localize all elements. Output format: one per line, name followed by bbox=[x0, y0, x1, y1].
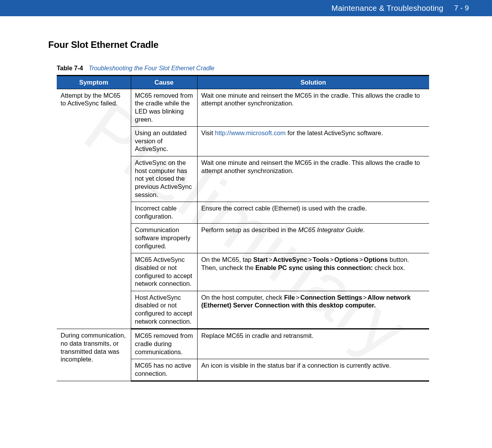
cell-cause: Using an outdated version of ActiveSync. bbox=[131, 127, 197, 156]
guide-title-italic: MC65 Integrator Guide bbox=[298, 226, 363, 233]
solution-text-post: for the latest ActiveSync software. bbox=[286, 129, 383, 136]
txt: On the host computer, check bbox=[201, 294, 284, 301]
gt-separator: > bbox=[358, 256, 364, 263]
gt-separator: > bbox=[268, 256, 273, 263]
cell-cause: Communication software improperly config… bbox=[131, 224, 197, 253]
txt: check box. bbox=[373, 264, 405, 271]
cell-solution: Wait one minute and reinsert the MC65 in… bbox=[197, 156, 429, 202]
solution-text-post: . bbox=[363, 226, 365, 233]
cell-cause: MC65 ActiveSync disabled or not configur… bbox=[131, 253, 197, 291]
col-header-cause: Cause bbox=[131, 76, 197, 89]
cell-solution: On the MC65, tap Start>ActiveSync>Tools>… bbox=[197, 253, 429, 291]
page-content: Preliminary Four Slot Ethernet Cradle Ta… bbox=[0, 16, 492, 397]
table-title: Troubleshooting the Four Slot Ethernet C… bbox=[89, 65, 215, 71]
microsoft-link[interactable]: http://www.microsoft.com bbox=[215, 129, 286, 136]
cell-cause: MC65 removed from the cradle while the L… bbox=[131, 89, 197, 127]
col-header-solution: Solution bbox=[197, 76, 429, 89]
table-caption: Table 7-4 Troubleshooting the Four Slot … bbox=[57, 65, 444, 72]
ui-path-bold: Options bbox=[364, 256, 388, 263]
header-section-title: Maintenance & Troubleshooting bbox=[331, 4, 443, 13]
solution-text-pre: Visit bbox=[201, 129, 215, 136]
ui-path-bold: Options bbox=[335, 256, 358, 263]
cell-cause: MC65 has no active connection. bbox=[131, 359, 197, 381]
cell-symptom: Attempt by the MC65 to ActiveSync failed… bbox=[57, 89, 131, 329]
cell-cause: Incorrect cable configuration. bbox=[131, 202, 197, 224]
cell-symptom: During communication, no data transmits,… bbox=[57, 329, 131, 381]
troubleshooting-table: Symptom Cause Solution Attempt by the MC… bbox=[57, 75, 429, 382]
header-page-number: 7 - 9 bbox=[454, 4, 469, 12]
cell-solution: Ensure the correct cable (Ethernet) is u… bbox=[197, 202, 429, 224]
gt-separator: > bbox=[295, 294, 301, 301]
section-heading: Four Slot Ethernet Cradle bbox=[48, 39, 444, 50]
gt-separator: > bbox=[362, 294, 368, 301]
ui-path-bold: Enable PC sync using this connection: bbox=[255, 264, 373, 271]
ui-path-bold: Tools bbox=[313, 256, 329, 263]
txt: On the MC65, tap bbox=[201, 256, 254, 263]
gt-separator: > bbox=[329, 256, 335, 263]
cell-solution: Perform setup as described in the MC65 I… bbox=[197, 224, 429, 253]
table-row: During communication, no data transmits,… bbox=[57, 329, 429, 359]
cell-cause: Host ActiveSync disabled or not configur… bbox=[131, 291, 197, 329]
cell-solution: Wait one minute and reinsert the MC65 in… bbox=[197, 89, 429, 127]
page-header: Maintenance & Troubleshooting 7 - 9 bbox=[0, 0, 492, 16]
solution-text-pre: Perform setup as described in the bbox=[201, 226, 298, 233]
ui-path-bold: Start bbox=[253, 256, 268, 263]
table-label: Table 7-4 bbox=[57, 65, 83, 71]
ui-path-bold: Connection Settings bbox=[300, 294, 362, 301]
cell-solution: Visit http://www.microsoft.com for the l… bbox=[197, 127, 429, 156]
table-header-row: Symptom Cause Solution bbox=[57, 76, 429, 89]
cell-solution: On the host computer, check File>Connect… bbox=[197, 291, 429, 329]
cell-solution: An icon is visible in the status bar if … bbox=[197, 359, 429, 381]
cell-solution: Replace MC65 in cradle and retransmit. bbox=[197, 329, 429, 359]
cell-cause: ActiveSync on the host computer has not … bbox=[131, 156, 197, 202]
ui-path-bold: File bbox=[284, 294, 295, 301]
table-row: Attempt by the MC65 to ActiveSync failed… bbox=[57, 89, 429, 127]
ui-path-bold: ActiveSync bbox=[273, 256, 308, 263]
gt-separator: > bbox=[308, 256, 313, 263]
col-header-symptom: Symptom bbox=[57, 76, 131, 89]
cell-cause: MC65 removed from cradle during communic… bbox=[131, 329, 197, 359]
